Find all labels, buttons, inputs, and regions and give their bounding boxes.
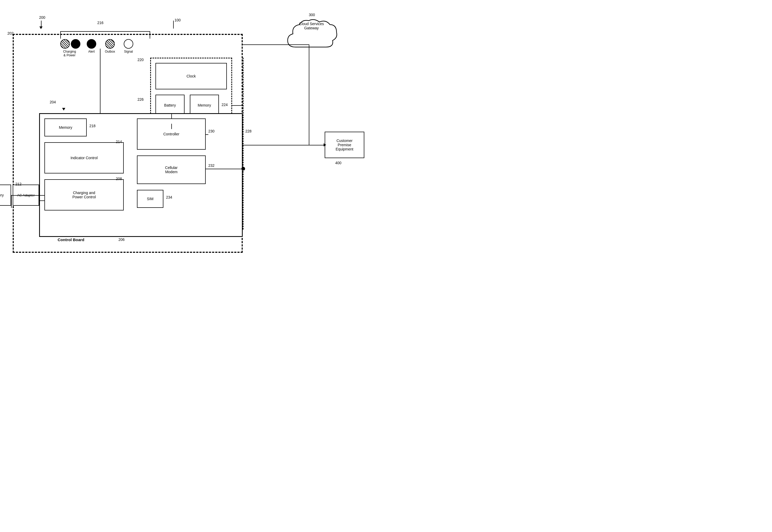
cellular-modem-box: CellularModem	[137, 155, 206, 184]
ref-232: 232	[208, 163, 214, 168]
diagram-container: 100 200 202 300 Cloud ServicesGateway Cu…	[0, 0, 386, 266]
ref-220: 220	[137, 58, 144, 62]
customer-premise-box: CustomerPremiseEquipment	[325, 132, 364, 158]
line-leds-to-board	[100, 49, 100, 113]
led-alert	[87, 39, 96, 49]
clock-box: Clock	[155, 63, 227, 89]
ref-224: 224	[222, 103, 228, 107]
alert-label: Alert	[84, 50, 99, 53]
line-module-to-controller	[171, 124, 172, 129]
cloud-services-label: Cloud ServicesGateway	[288, 22, 335, 30]
ref-212: 212	[15, 182, 21, 186]
ref-218: 218	[89, 124, 95, 128]
ref-100: 100	[174, 18, 181, 22]
dashed-line-228	[243, 58, 243, 230]
ref-226: 226	[137, 97, 144, 102]
line-cloud-horizontal	[243, 44, 309, 45]
memory-top-box: Memory	[190, 95, 219, 116]
indicator-control-box: Indicator Control	[44, 142, 124, 173]
ref-216: 216	[97, 21, 103, 25]
ref-204: 204	[50, 100, 56, 104]
ref-200: 200	[39, 15, 45, 20]
ref-206: 206	[118, 237, 125, 242]
line-h-224	[232, 105, 243, 106]
outbox-label: Outbox	[102, 50, 118, 53]
control-board-label: Control Board	[58, 237, 84, 242]
line-v-module-ctrl	[171, 113, 172, 119]
line-ctrl-right	[206, 134, 208, 135]
battery-left-box: Battery	[0, 185, 11, 206]
memory-board-box: Memory	[44, 118, 87, 136]
line-cellular-to-dashed	[206, 169, 243, 169]
sim-box: SIM	[137, 190, 163, 208]
led-signal	[124, 39, 133, 49]
arrow-customer-premise	[324, 143, 326, 146]
ref-228: 228	[245, 129, 251, 133]
ref-208: 208	[116, 177, 122, 181]
led-charging-power	[60, 39, 70, 49]
signal-label: Signal	[120, 50, 137, 53]
ref-230: 230	[208, 129, 214, 133]
ref-300: 300	[309, 13, 315, 17]
battery-top-box: Battery	[155, 95, 185, 116]
controller-box: Controller	[137, 118, 206, 150]
led-outbox	[105, 39, 115, 49]
brace-216	[60, 31, 150, 39]
charging-power-label: Charging& Power	[58, 50, 81, 57]
line-battery-v	[11, 195, 12, 208]
charging-power-box: Charging andPower Control	[44, 179, 124, 210]
line-h-board	[100, 113, 137, 114]
led-charging-power-dot	[71, 39, 80, 49]
ref-234: 234	[166, 195, 172, 199]
line-charging-v	[44, 195, 45, 198]
line-battery-connect	[39, 200, 44, 201]
line-h-cloud	[265, 145, 309, 145]
ref-214: 214	[116, 140, 122, 144]
line-battery-h	[11, 195, 44, 196]
line-cloud-to-dashed	[309, 44, 309, 145]
ref-400: 400	[335, 161, 341, 165]
dot-cellular-connection	[241, 167, 245, 171]
